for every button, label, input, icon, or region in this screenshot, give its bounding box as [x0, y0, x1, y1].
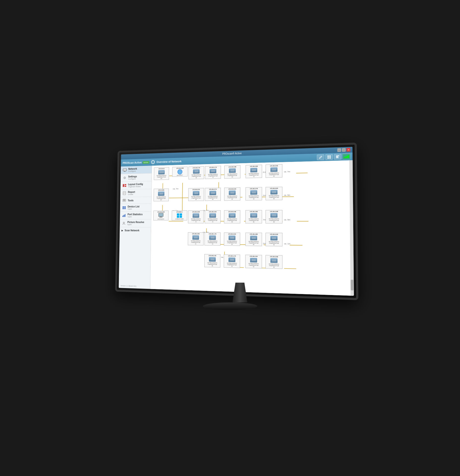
node-n24[interactable]: 172.30.2.86 H070B1010002242Tap5000nd7na8… — [245, 233, 262, 246]
node-ip: 172.30.2.66 — [228, 211, 236, 213]
node-n19[interactable]: 172.30.2.86 H070B1010002242Tap5000nd7na8… — [245, 210, 262, 223]
sidebar-item-port[interactable]: Port Statistics Open — [120, 211, 151, 219]
sidebar-item-settings[interactable]: ⚙ Settings Configure — [120, 174, 152, 182]
switch-icon — [209, 235, 216, 240]
report-sublabel: Create — [128, 193, 135, 196]
node-ip: 172.30.2.92 — [270, 165, 278, 167]
sidebar-item-report[interactable]: Report Create — [120, 189, 151, 197]
node-n9[interactable]: 172.30.2.51 H070B1010002242Tap5000nd7na8… — [188, 188, 204, 201]
node-n18[interactable]: 172.30.2.66 H070B1010002242Tap5000nd7na8… — [224, 210, 241, 223]
node-n29[interactable]: 172.30.2.86 H070B1010002242Tap5000nd7na8… — [265, 255, 283, 269]
maximize-button[interactable]: □ — [342, 148, 346, 152]
node-desc: H070B1010002242Tap5000nd7na864 — [227, 195, 237, 200]
layout-icon — [122, 184, 127, 187]
report-label: Report — [128, 191, 135, 193]
node-desc: H070B1010002242Tap5000nd7na854 — [227, 240, 237, 245]
node-n27[interactable]: 172.30.1.70 H070B1010002242Tap5000nd7na8… — [223, 254, 240, 268]
tools-label: Tools — [128, 199, 133, 202]
toolbar-right — [317, 154, 350, 160]
svg-rect-3 — [329, 157, 330, 158]
node-n28[interactable]: 172.30.2.54 H070B1010002242Tap5000nd7na8… — [245, 255, 262, 268]
sidebar: Network Configure ⚙ Settings Configure — [119, 166, 152, 289]
svg-rect-11 — [125, 184, 126, 185]
node-desc: H070B1010002242Tap5000nd7na884 — [269, 195, 279, 200]
node-n22[interactable]: 172.30.1.70 H070B1010002242Tap5000nd7na8… — [204, 232, 221, 246]
node-n25[interactable]: 172.30.2.92 H070B1010002242Tap5000nd7na8… — [265, 233, 282, 246]
switch-icon — [228, 235, 235, 240]
node-desc: H070B1010002242Tap5000nd7na8107 — [156, 196, 165, 201]
svg-rect-83 — [177, 213, 179, 216]
node-desc: gme4605x7 — [177, 175, 183, 176]
sidebar-item-tools[interactable]: Tools — [120, 197, 151, 204]
svg-rect-12 — [125, 186, 126, 187]
node-n2[interactable]: 172.16.0.80 — [172, 167, 188, 177]
node-n5[interactable]: 172.30.2.89 H070B1010002242Tap5000nd7na8… — [224, 165, 241, 178]
switch-icon — [192, 213, 199, 218]
svg-rect-25 — [124, 208, 125, 209]
layout-tool-button[interactable] — [334, 154, 341, 160]
sidebar-item-picture[interactable]: Picture Resolve Open — [120, 219, 151, 227]
svg-rect-7 — [123, 169, 126, 171]
sidebar-item-device[interactable]: Device List Open — [120, 204, 151, 212]
scrollbar-vertical[interactable] — [349, 160, 354, 296]
node-n3[interactable]: 172.30.2.44 H070B1010002242Tap5000nd7na8… — [188, 166, 204, 179]
node-n15[interactable]: 172.842.1 — [171, 210, 188, 220]
svg-rect-23 — [124, 206, 125, 208]
svg-rect-84 — [180, 213, 182, 216]
node-n20[interactable]: 172.30.2.88 H070B1010002242Tap5000nd7na8… — [265, 210, 282, 223]
node-n7[interactable]: 172.30.2.92 H070B1010002242Tap5000nd7na8… — [265, 164, 283, 178]
switch-icon — [270, 236, 277, 241]
node-n13[interactable]: 172.30.2.84 H070B1010002242Tap5000nd7na8… — [265, 187, 283, 200]
scan-arrow-icon: ▶ — [121, 229, 123, 232]
node-n6[interactable]: 172.30.2.96 H070B1010002242Tap5000nd7na8… — [245, 165, 262, 178]
node-ip: 172.30.2.86 — [270, 256, 278, 258]
node-n10[interactable]: 172.30.2.74 H070B1010002242Tap5000nd7na8… — [204, 188, 221, 201]
pc-icon — [158, 213, 164, 218]
svg-rect-22 — [122, 206, 124, 208]
settings-label: Settings — [128, 175, 137, 178]
node-n12[interactable]: 172.30.2.78 H070B1010002242Tap5000nd7na8… — [245, 187, 262, 201]
title-bar-controls: — □ ✕ — [337, 148, 350, 152]
node-desc: m03Bm8-21088 — [175, 218, 184, 220]
sidebar-text-layout: Layout Config Organize Nodes — [128, 183, 143, 188]
node-n4[interactable]: 172.30.1.72 H070B1010002242Tap5000nd7na8… — [205, 166, 221, 179]
monitor-neck — [233, 283, 247, 302]
node-desc: H070B1010002242Tap5000nd7na886 — [248, 218, 259, 223]
svg-rect-18 — [123, 200, 125, 200]
port-sublabel: Open — [127, 216, 142, 218]
node-n1[interactable]: 172.16.11 — [154, 167, 169, 180]
node-n21[interactable]: 172.30.2.09 H070B1010002242Tap5000nd7na8… — [188, 232, 204, 245]
device-label: Device List — [128, 205, 139, 208]
port-icon — [122, 214, 126, 217]
close-button[interactable]: ✕ — [346, 148, 350, 152]
sidebar-item-layout[interactable]: Layout Config Organize Nodes — [120, 181, 152, 189]
info-icon[interactable]: i — [151, 160, 155, 164]
settings-sublabel: Configure — [128, 178, 137, 180]
network-canvas[interactable]: ca. 0.0m ca. 1m ca. 7m ca. 1m ca. 7m ca.… — [150, 160, 354, 296]
switch-icon — [250, 258, 257, 263]
node-n26[interactable]: 172.30.2.43 H070B1010002242Tap5000nd7na8… — [204, 254, 220, 268]
node-n14[interactable]: 172.16.2.64 junctionpoint — [153, 210, 168, 220]
node-n17[interactable]: 172.30.2.54 H070B1010002242Tap5000nd7na8… — [204, 210, 221, 223]
node-ip: 172.30.2.44 — [192, 167, 200, 169]
monitor-base — [203, 302, 257, 310]
node-desc: H070B1010002242Tap5000nd7na886 — [248, 241, 259, 245]
monitor-wrapper: PROscan® Active — □ ✕ PROScan Active Act… — [94, 146, 366, 315]
node-n23[interactable]: 172.30.2.94 H070B1010002242Tap5000nd7na8… — [223, 233, 240, 246]
pen-tool-button[interactable] — [317, 154, 324, 160]
node-ip: 172.30.2.78 — [250, 188, 258, 190]
minimize-button[interactable]: — — [337, 148, 341, 152]
grid-tool-button[interactable] — [325, 154, 333, 160]
sidebar-text-device: Device List Open — [128, 205, 139, 210]
layout-sublabel: Organize Nodes — [128, 185, 143, 188]
node-n8[interactable]: 172.5.401 H070B1010002242Tap5000nd7na810… — [153, 188, 169, 201]
windows-icon — [176, 213, 183, 218]
node-n16[interactable]: 172.30.2.09 H070B1010002242Tap5000nd7na8… — [188, 210, 204, 223]
sidebar-item-network[interactable]: Network Configure — [121, 166, 152, 174]
scrollbar-thumb[interactable] — [351, 280, 353, 290]
switch-icon — [158, 191, 164, 196]
node-ip: 172.30.2.43 — [208, 255, 216, 257]
node-n11[interactable]: 172.30.2.64 H070B1010002242Tap5000nd7na8… — [224, 187, 241, 201]
sidebar-text-network: Network Configure — [128, 167, 137, 172]
sidebar-item-scan[interactable]: ▶ Scan Network — [120, 227, 151, 234]
